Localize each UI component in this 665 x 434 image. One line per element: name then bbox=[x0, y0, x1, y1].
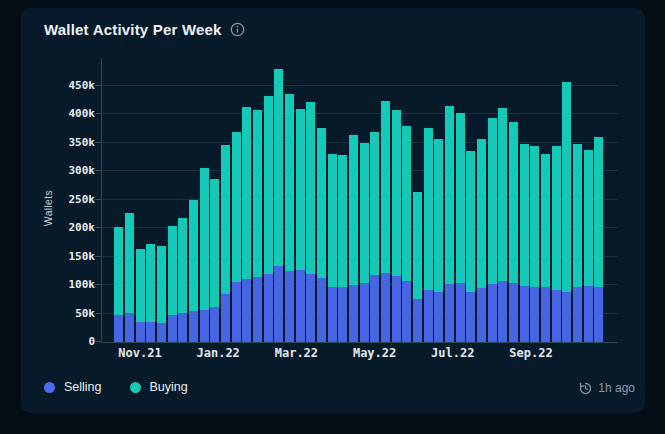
selling-segment bbox=[573, 287, 582, 342]
bar-week-26[interactable] bbox=[381, 101, 390, 342]
bar-week-16[interactable] bbox=[274, 69, 283, 342]
bar-week-1[interactable] bbox=[114, 227, 123, 342]
info-icon[interactable] bbox=[230, 22, 245, 37]
bar-week-3[interactable] bbox=[136, 249, 145, 342]
bar-week-12[interactable] bbox=[232, 132, 241, 342]
gridline-400k bbox=[102, 113, 618, 114]
bar-week-7[interactable] bbox=[178, 218, 187, 342]
bar-week-10[interactable] bbox=[210, 179, 219, 342]
buying-segment bbox=[370, 132, 379, 275]
bar-week-20[interactable] bbox=[317, 128, 326, 343]
bar-week-22[interactable] bbox=[338, 155, 347, 342]
y-tick-label: 50k bbox=[21, 307, 95, 320]
selling-segment bbox=[392, 276, 401, 342]
buying-segment bbox=[285, 94, 294, 272]
buying-segment bbox=[210, 179, 219, 308]
legend-label-selling: Selling bbox=[64, 380, 102, 394]
buying-segment bbox=[114, 227, 123, 315]
y-tick-mark bbox=[95, 170, 101, 171]
bar-week-2[interactable] bbox=[125, 213, 134, 342]
y-tick-mark bbox=[95, 199, 101, 200]
selling-segment bbox=[530, 287, 539, 342]
buying-segment bbox=[274, 69, 283, 266]
legend-item-buying[interactable]: Buying bbox=[130, 380, 188, 394]
selling-segment bbox=[498, 281, 507, 342]
buying-segment bbox=[349, 135, 358, 285]
bar-week-29[interactable] bbox=[413, 192, 422, 342]
bar-week-42[interactable] bbox=[552, 146, 561, 342]
bar-week-43[interactable] bbox=[562, 82, 571, 342]
bar-week-14[interactable] bbox=[253, 110, 262, 342]
bar-week-13[interactable] bbox=[242, 107, 251, 342]
bar-week-27[interactable] bbox=[392, 110, 401, 342]
bar-week-35[interactable] bbox=[477, 139, 486, 342]
buying-segment bbox=[402, 126, 411, 280]
bar-week-5[interactable] bbox=[157, 246, 166, 342]
last-updated: 1h ago bbox=[579, 381, 635, 395]
chart-plot-area: Nov.21Jan.22Mar.22May.22Jul.22Sep.22 bbox=[101, 58, 618, 343]
selling-segment bbox=[402, 281, 411, 342]
bar-week-9[interactable] bbox=[200, 168, 209, 342]
legend-item-selling[interactable]: Selling bbox=[44, 380, 102, 394]
bar-week-36[interactable] bbox=[488, 118, 497, 342]
selling-segment bbox=[584, 286, 593, 342]
selling-segment bbox=[520, 286, 529, 342]
selling-segment bbox=[242, 279, 251, 342]
bar-week-34[interactable] bbox=[466, 151, 475, 342]
bar-week-32[interactable] bbox=[445, 106, 454, 342]
bar-week-40[interactable] bbox=[530, 146, 539, 342]
bar-week-37[interactable] bbox=[498, 108, 507, 342]
bar-week-6[interactable] bbox=[168, 226, 177, 342]
bar-week-33[interactable] bbox=[456, 113, 465, 342]
x-axis-label-Mar.22: Mar.22 bbox=[264, 346, 328, 360]
selling-segment bbox=[274, 266, 283, 342]
buying-segment bbox=[562, 82, 571, 292]
bar-week-44[interactable] bbox=[573, 144, 582, 342]
selling-segment bbox=[434, 292, 443, 342]
bar-week-8[interactable] bbox=[189, 200, 198, 342]
buying-segment bbox=[146, 244, 155, 323]
y-tick-label: 450k bbox=[21, 79, 95, 92]
bar-week-19[interactable] bbox=[306, 102, 315, 342]
buying-segment bbox=[584, 150, 593, 287]
buying-segment bbox=[594, 137, 603, 287]
bar-week-31[interactable] bbox=[434, 139, 443, 342]
bar-week-46[interactable] bbox=[594, 137, 603, 342]
selling-segment bbox=[562, 292, 571, 342]
bar-week-38[interactable] bbox=[509, 122, 518, 342]
bar-week-28[interactable] bbox=[402, 126, 411, 342]
buying-segment bbox=[466, 151, 475, 292]
buying-segment bbox=[424, 128, 433, 290]
selling-segment bbox=[168, 315, 177, 342]
bar-week-39[interactable] bbox=[520, 144, 529, 342]
buying-segment bbox=[498, 108, 507, 281]
bar-week-24[interactable] bbox=[360, 143, 369, 342]
bar-week-41[interactable] bbox=[541, 154, 550, 342]
bar-week-45[interactable] bbox=[584, 150, 593, 342]
bar-week-11[interactable] bbox=[221, 145, 230, 342]
x-axis-label-Jul.22: Jul.22 bbox=[421, 346, 485, 360]
bar-week-17[interactable] bbox=[285, 94, 294, 342]
buying-segment bbox=[392, 110, 401, 276]
buying-segment bbox=[232, 132, 241, 282]
selling-segment bbox=[210, 307, 219, 342]
selling-segment bbox=[221, 294, 230, 342]
bar-week-30[interactable] bbox=[424, 128, 433, 342]
buying-segment bbox=[541, 154, 550, 287]
card-header: Wallet Activity Per Week bbox=[44, 21, 245, 38]
buying-segment bbox=[253, 110, 262, 277]
y-tick-label: 250k bbox=[21, 193, 95, 206]
bar-week-18[interactable] bbox=[296, 109, 305, 342]
selling-segment bbox=[285, 271, 294, 342]
buying-segment bbox=[221, 145, 230, 294]
buying-segment bbox=[264, 96, 273, 274]
selling-segment bbox=[264, 274, 273, 342]
bar-week-23[interactable] bbox=[349, 135, 358, 342]
bar-week-25[interactable] bbox=[370, 131, 379, 342]
last-updated-text: 1h ago bbox=[598, 381, 635, 395]
y-tick-mark bbox=[95, 341, 101, 342]
bar-week-4[interactable] bbox=[146, 244, 155, 342]
y-tick-label: 0 bbox=[21, 335, 95, 348]
bar-week-15[interactable] bbox=[264, 96, 273, 342]
bar-week-21[interactable] bbox=[328, 154, 337, 342]
